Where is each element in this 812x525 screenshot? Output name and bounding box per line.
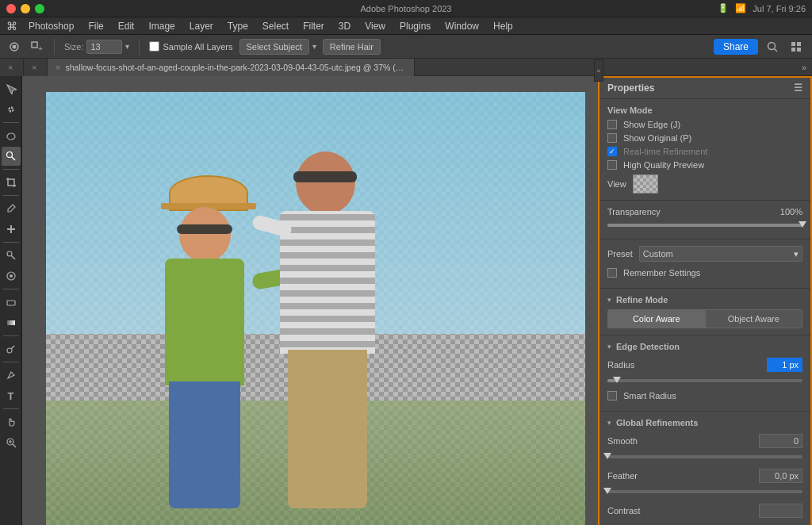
edge-detection-chevron[interactable]: ▾ [607, 343, 611, 351]
eraser-tool[interactable] [2, 293, 21, 312]
menu-file[interactable]: File [82, 19, 109, 33]
transparency-value: 100% [780, 207, 802, 217]
menu-view[interactable]: View [358, 19, 392, 33]
edge-detection-title: Edge Detection [616, 342, 680, 351]
realtime-checkbox[interactable] [607, 147, 617, 156]
datetime: Jul 7, Fri 9:26 [753, 4, 806, 13]
canvas-area[interactable]: 37.01% | 6000 px × 4000 px (299 ppi) › [22, 76, 598, 525]
menu-edit[interactable]: Edit [112, 19, 141, 33]
add-selection-icon[interactable]: + [29, 39, 44, 55]
svg-rect-23 [7, 301, 15, 305]
show-original-checkbox[interactable] [607, 133, 617, 143]
smooth-slider[interactable] [607, 451, 802, 462]
tab-untitled-1[interactable]: × [0, 59, 24, 76]
minimize-button[interactable] [21, 4, 30, 13]
refine-mode-chevron[interactable]: ▾ [607, 296, 611, 304]
contrast-input[interactable] [759, 504, 802, 518]
sample-all-layers-checkbox[interactable] [149, 41, 159, 52]
remember-settings-checkbox[interactable] [607, 268, 617, 278]
high-quality-checkbox[interactable] [607, 160, 617, 170]
selection-tool[interactable] [2, 79, 21, 98]
tabs-overflow-arrow[interactable]: » [796, 63, 812, 72]
transparency-slider[interactable] [607, 220, 802, 231]
menu-select[interactable]: Select [256, 19, 295, 33]
slider-handle[interactable] [799, 221, 806, 228]
tab-close-2[interactable]: × [32, 63, 36, 72]
show-edge-checkbox[interactable] [607, 120, 617, 129]
menu-3d[interactable]: 3D [332, 19, 357, 33]
preset-value: Custom [643, 249, 673, 259]
lasso-tool[interactable] [2, 126, 21, 145]
svg-rect-8 [791, 48, 795, 52]
clone-tool[interactable] [2, 266, 21, 285]
preset-dropdown[interactable]: Custom ▾ [639, 246, 802, 262]
gradient-tool[interactable] [2, 313, 21, 332]
svg-line-20 [11, 255, 15, 259]
object-aware-button[interactable]: Object Aware [706, 309, 803, 328]
feather-slider-handle[interactable] [603, 488, 611, 494]
remember-settings-label: Remember Settings [623, 268, 700, 278]
menu-layer[interactable]: Layer [183, 19, 220, 33]
svg-marker-13 [12, 109, 16, 112]
feather-input[interactable] [759, 469, 802, 483]
menu-image[interactable]: Image [142, 19, 181, 33]
global-refinements-header: ▾ Global Refinements [607, 418, 802, 427]
share-button[interactable]: Share [714, 39, 758, 55]
text-tool[interactable]: T [2, 386, 21, 405]
smart-radius-checkbox[interactable] [607, 391, 617, 400]
view-thumbnail[interactable] [633, 174, 658, 194]
svg-point-22 [10, 274, 13, 278]
smooth-slider-handle[interactable] [603, 453, 611, 459]
apple-icon[interactable]: ⌘ [6, 20, 17, 33]
move-tool[interactable] [2, 100, 21, 119]
zoom-tool[interactable] [2, 433, 21, 452]
menu-filter[interactable]: Filter [297, 19, 331, 33]
dodge-tool[interactable] [2, 339, 21, 358]
size-input[interactable] [86, 40, 122, 54]
healing-tool[interactable] [2, 220, 21, 239]
tabs-bar: × × × shallow-focus-shot-of-an-aged-coup… [0, 59, 812, 76]
size-field: Size: ▾ [64, 40, 129, 54]
pen-tool[interactable] [2, 366, 21, 385]
quick-select-tool[interactable] [2, 147, 21, 166]
tab-main-image[interactable]: × shallow-focus-shot-of-an-aged-couple-i… [48, 59, 415, 76]
feather-slider-track [607, 490, 802, 493]
edge-detection-section: ▾ Edge Detection Radius Smart Rad [599, 335, 810, 412]
tab-untitled-2[interactable]: × [24, 59, 48, 76]
radius-slider-handle[interactable] [613, 377, 621, 383]
menu-help[interactable]: Help [487, 19, 519, 33]
size-dropdown[interactable]: ▾ [125, 42, 129, 51]
radius-input[interactable] [767, 358, 802, 372]
svg-line-28 [13, 444, 16, 447]
smart-radius-label: Smart Radius [623, 391, 676, 400]
feather-row: Feather [607, 469, 802, 483]
panel-collapse-button[interactable]: » [594, 76, 603, 82]
smooth-input[interactable] [759, 434, 802, 448]
crop-tool[interactable] [2, 173, 21, 192]
panel-content: View Mode Show Edge (J) Show Original (P… [599, 99, 810, 525]
fullscreen-button[interactable] [35, 4, 44, 13]
svg-rect-7 [797, 42, 801, 46]
arrange-button[interactable] [787, 37, 806, 56]
feather-slider[interactable] [607, 486, 802, 497]
menu-type[interactable]: Type [221, 19, 255, 33]
refine-hair-button[interactable]: Refine Hair [323, 39, 381, 55]
brush-tool[interactable] [2, 246, 21, 265]
menu-plugins[interactable]: Plugins [393, 19, 437, 33]
color-aware-button[interactable]: Color Aware [607, 309, 706, 328]
transparency-label: Transparency [607, 207, 661, 217]
select-subject-button[interactable]: Select Subject [239, 39, 309, 55]
menu-window[interactable]: Window [439, 19, 485, 33]
close-button[interactable] [6, 4, 16, 13]
menu-photoshop[interactable]: Photoshop [22, 19, 80, 33]
eyedropper-tool[interactable] [2, 199, 21, 218]
global-refinements-chevron[interactable]: ▾ [607, 419, 611, 427]
tab-close-3[interactable]: × [56, 63, 60, 72]
hand-tool[interactable] [2, 412, 21, 431]
search-button[interactable] [763, 37, 782, 56]
tab-close-1[interactable]: × [8, 63, 13, 72]
radius-slider[interactable] [607, 375, 802, 386]
panel-menu-icon[interactable]: ☰ [794, 82, 802, 94]
select-subject-arrow[interactable]: ▾ [312, 42, 316, 51]
svg-rect-2 [32, 42, 37, 48]
